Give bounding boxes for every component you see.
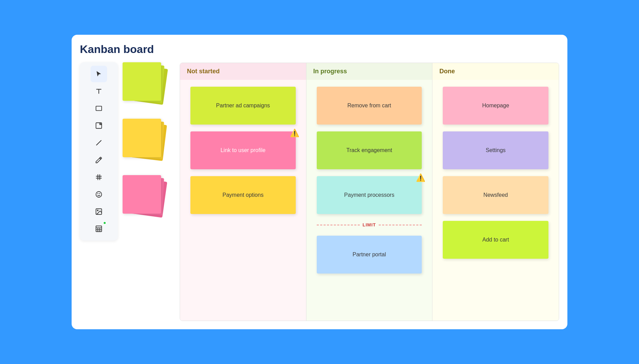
card-partner-portal[interactable]: Partner portal xyxy=(317,236,422,274)
tool-text[interactable] xyxy=(91,83,107,99)
kanban-header: Not started In progress Done xyxy=(180,63,559,80)
svg-rect-14 xyxy=(96,226,102,232)
col-not-started: Partner ad campaigns ⚠️ Link to user pro… xyxy=(180,80,306,321)
col-done: Homepage Settings Newsfeed Add to cart xyxy=(432,80,559,321)
card-add-to-cart[interactable]: Add to cart xyxy=(443,221,548,259)
tool-rectangle[interactable] xyxy=(91,100,107,117)
stacks-area xyxy=(123,62,167,220)
tool-select[interactable] xyxy=(91,66,107,82)
svg-point-9 xyxy=(96,192,102,197)
tool-emoji[interactable] xyxy=(91,186,107,203)
tools-panel xyxy=(80,62,118,240)
svg-line-4 xyxy=(96,140,102,146)
col-header-in-progress: In progress xyxy=(306,63,433,80)
card-newsfeed[interactable]: Newsfeed xyxy=(443,176,548,214)
col-header-not-started: Not started xyxy=(180,63,306,80)
card-partner-ad-campaigns[interactable]: Partner ad campaigns xyxy=(190,87,296,125)
tool-image[interactable] xyxy=(91,203,107,220)
kanban-board: Not started In progress Done Partner ad … xyxy=(180,63,559,321)
card-homepage[interactable]: Homepage xyxy=(443,87,548,125)
card-track-engagement[interactable]: Track engagement xyxy=(317,131,422,169)
tool-pen[interactable] xyxy=(91,152,107,168)
col-in-progress: Remove from cart Track engagement ⚠️ Pay… xyxy=(306,80,433,321)
warning-icon-processors: ⚠️ xyxy=(416,173,425,183)
kanban-body: Partner ad campaigns ⚠️ Link to user pro… xyxy=(180,80,559,321)
card-remove-from-cart[interactable]: Remove from cart xyxy=(317,87,422,125)
limit-dashed-left xyxy=(317,225,360,225)
card-settings[interactable]: Settings xyxy=(443,131,548,169)
tool-line[interactable] xyxy=(91,135,107,151)
warning-icon-link: ⚠️ xyxy=(290,128,299,139)
svg-point-13 xyxy=(97,210,98,211)
tool-table[interactable] xyxy=(91,221,107,237)
limit-label: LIMIT xyxy=(363,222,376,227)
app-container: Kanban board xyxy=(72,35,567,329)
card-link-to-user-profile[interactable]: ⚠️ Link to user profile xyxy=(190,131,296,169)
tool-sticky[interactable] xyxy=(91,117,107,134)
stack-green[interactable] xyxy=(123,62,167,107)
stack-pink[interactable] xyxy=(123,175,167,220)
limit-line: LIMIT xyxy=(317,222,422,227)
card-payment-processors[interactable]: ⚠️ Payment processors xyxy=(317,176,422,214)
limit-dashed-right xyxy=(379,225,422,225)
tool-grid[interactable] xyxy=(91,169,107,185)
col-header-done: Done xyxy=(432,63,559,80)
card-payment-options[interactable]: Payment options xyxy=(190,176,296,214)
stack-yellow[interactable] xyxy=(123,119,167,163)
svg-rect-2 xyxy=(96,106,102,111)
page-title: Kanban board xyxy=(80,43,559,56)
